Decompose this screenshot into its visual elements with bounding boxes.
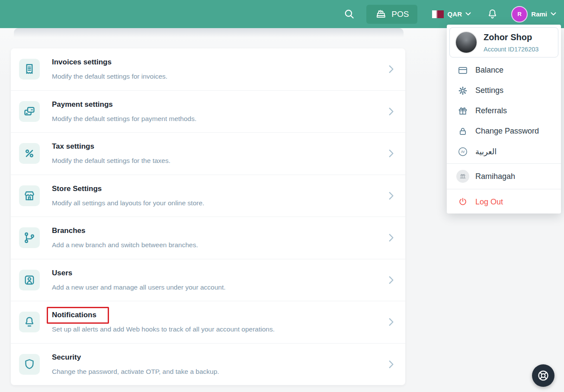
qatar-flag-icon bbox=[432, 10, 444, 18]
chevron-right-icon bbox=[385, 64, 397, 75]
settings-row-invoices[interactable]: Invoices settings Modify the default set… bbox=[11, 48, 405, 91]
storefront-icon bbox=[19, 185, 40, 206]
menu-item-label: Referrals bbox=[475, 106, 507, 115]
settings-row-notifications[interactable]: Notifications Set up all alerts and add … bbox=[11, 301, 405, 344]
top-navigation-bar: POS QAR R Rami bbox=[0, 0, 564, 28]
chevron-right-icon bbox=[385, 190, 397, 201]
row-description: Modify the default settings for invoices… bbox=[52, 73, 385, 80]
notifications-bell-button[interactable] bbox=[487, 8, 498, 20]
row-title: Users bbox=[52, 269, 385, 277]
menu-item-label: العربية bbox=[475, 147, 497, 156]
search-button[interactable] bbox=[343, 8, 355, 20]
row-title: Payment settings bbox=[52, 100, 385, 109]
scrolled-card-edge bbox=[14, 28, 404, 38]
menu-item-ramihagah[interactable]: Ramihagah bbox=[447, 166, 561, 187]
menu-item-arabic-language[interactable]: Ar العربية bbox=[447, 141, 561, 162]
user-avatar: R bbox=[511, 6, 528, 22]
account-card[interactable]: Zohor Shop Account ID1726203 bbox=[449, 27, 558, 57]
cash-register-icon bbox=[375, 8, 387, 20]
user-dropdown-menu: Zohor Shop Account ID1726203 Balance Set… bbox=[447, 25, 561, 214]
row-description: Modify the default settings for the taxe… bbox=[52, 157, 385, 165]
user-frame-icon bbox=[19, 270, 40, 290]
user-name: Rami bbox=[531, 10, 547, 18]
chevron-right-icon bbox=[385, 316, 397, 328]
pos-button-label: POS bbox=[391, 10, 409, 19]
bell-icon bbox=[487, 8, 498, 20]
row-title: Store Settings bbox=[52, 185, 385, 193]
menu-item-label: Settings bbox=[475, 86, 503, 95]
bell-icon bbox=[19, 312, 40, 332]
menu-divider bbox=[447, 189, 561, 189]
menu-item-label: Change Password bbox=[475, 127, 539, 136]
row-description: Change the password, activate OTP, and t… bbox=[52, 368, 385, 376]
git-branch-icon bbox=[19, 227, 40, 248]
chevron-down-icon bbox=[551, 12, 556, 16]
invoice-icon bbox=[19, 59, 40, 80]
highlight-annotation-box: Notifications bbox=[47, 307, 109, 324]
settings-row-store[interactable]: Store Settings Modify all settings and l… bbox=[11, 175, 405, 217]
shop-avatar bbox=[455, 31, 477, 54]
svg-text:Ar: Ar bbox=[461, 150, 465, 154]
shield-icon bbox=[19, 354, 40, 375]
menu-item-settings[interactable]: Settings bbox=[447, 80, 561, 101]
shop-name: Zohor Shop bbox=[484, 32, 538, 42]
lock-icon bbox=[457, 126, 468, 137]
chevron-down-icon bbox=[465, 12, 471, 16]
row-title: Tax settings bbox=[52, 142, 385, 151]
support-help-button[interactable] bbox=[532, 364, 554, 387]
currency-selector[interactable]: QAR bbox=[432, 10, 471, 18]
menu-item-balance[interactable]: Balance bbox=[447, 60, 561, 80]
menu-item-label: Log Out bbox=[475, 198, 503, 207]
lifebuoy-icon bbox=[536, 368, 551, 383]
settings-row-branches[interactable]: Branches Add a new branch and switch bet… bbox=[11, 217, 405, 259]
menu-divider bbox=[447, 163, 561, 164]
settings-row-users[interactable]: Users Add a new user and manage all user… bbox=[11, 259, 405, 302]
chevron-right-icon bbox=[385, 359, 397, 370]
row-title: Notifications bbox=[52, 311, 96, 319]
settings-row-security[interactable]: Security Change the password, activate O… bbox=[11, 344, 405, 386]
gift-icon bbox=[457, 106, 468, 116]
chevron-right-icon bbox=[385, 148, 397, 159]
payment-cards-icon bbox=[19, 101, 40, 122]
row-title: Invoices settings bbox=[52, 58, 385, 67]
gear-icon bbox=[457, 86, 468, 96]
search-icon bbox=[343, 8, 355, 20]
row-description: Add a new branch and switch between bran… bbox=[52, 241, 385, 249]
chevron-right-icon bbox=[385, 274, 397, 286]
pos-button[interactable]: POS bbox=[366, 5, 417, 24]
percent-icon bbox=[19, 143, 40, 164]
menu-item-log-out[interactable]: Log Out bbox=[447, 191, 561, 213]
menu-item-label: Ramihagah bbox=[475, 172, 515, 181]
row-title: Security bbox=[52, 353, 385, 362]
account-id: Account ID1726203 bbox=[484, 46, 538, 53]
chevron-right-icon bbox=[385, 106, 397, 117]
row-title: Branches bbox=[52, 226, 385, 235]
arabic-language-icon: Ar bbox=[457, 147, 468, 156]
settings-row-payment[interactable]: Payment settings Modify the default sett… bbox=[11, 91, 405, 133]
chevron-right-icon bbox=[385, 232, 397, 243]
row-description: Modify all settings and layouts for your… bbox=[52, 199, 385, 207]
currency-code: QAR bbox=[447, 10, 462, 18]
row-description: Add a new user and manage all users unde… bbox=[52, 284, 385, 291]
row-description: Modify the default settings for payment … bbox=[52, 115, 385, 123]
store-avatar-icon bbox=[457, 170, 468, 183]
menu-item-label: Balance bbox=[475, 66, 503, 75]
menu-item-referrals[interactable]: Referrals bbox=[447, 101, 561, 121]
power-icon bbox=[457, 197, 468, 207]
avatar-initial: R bbox=[518, 11, 522, 17]
credit-card-icon bbox=[457, 65, 468, 76]
settings-list-card: Invoices settings Modify the default set… bbox=[11, 48, 405, 385]
user-menu-button[interactable]: R Rami bbox=[511, 6, 556, 22]
menu-item-change-password[interactable]: Change Password bbox=[447, 121, 561, 141]
settings-row-tax[interactable]: Tax settings Modify the default settings… bbox=[11, 133, 405, 175]
row-description: Set up all alerts and add Web hooks to t… bbox=[52, 325, 385, 333]
